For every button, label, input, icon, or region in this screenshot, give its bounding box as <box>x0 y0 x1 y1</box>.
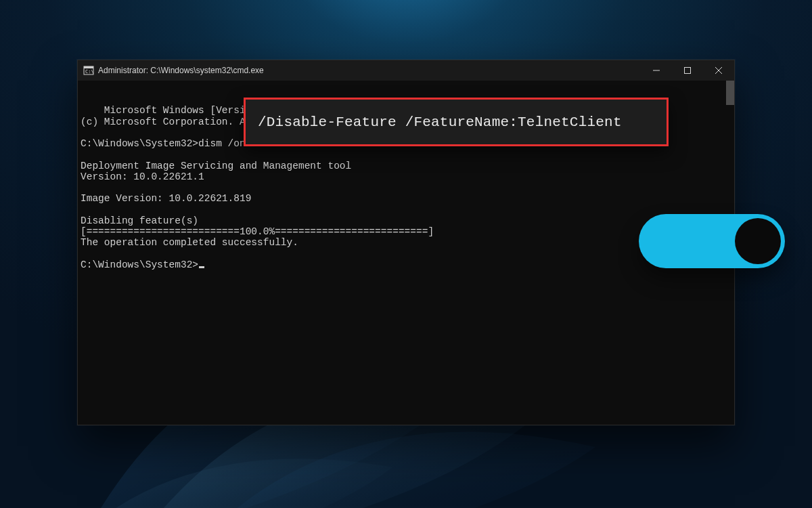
terminal-line: Deployment Image Servicing and Managemen… <box>81 161 351 171</box>
window-title: Administrator: C:\Windows\system32\cmd.e… <box>98 66 641 75</box>
cmd-icon: C:\ <box>83 65 94 76</box>
minimize-button[interactable] <box>641 60 672 81</box>
terminal-line: Image Version: 10.0.22621.819 <box>81 193 251 204</box>
callout-text: /Disable-Feature /FeatureName:TelnetClie… <box>258 114 622 130</box>
terminal-line: Disabling feature(s) <box>81 215 198 226</box>
terminal-line: The operation completed successfully. <box>81 237 298 248</box>
titlebar[interactable]: C:\ Administrator: C:\Windows\system32\c… <box>78 60 734 81</box>
svg-rect-1 <box>84 66 93 68</box>
svg-text:C:\: C:\ <box>85 69 94 75</box>
toggle-knob <box>735 218 781 264</box>
command-highlight-callout: /Disable-Feature /FeatureName:TelnetClie… <box>244 98 669 146</box>
terminal-prompt: C:\Windows\System32> <box>81 259 198 270</box>
terminal-prompt-line: C:\Windows\System32> <box>81 259 204 270</box>
window-controls <box>641 60 734 81</box>
close-button[interactable] <box>703 60 734 81</box>
svg-rect-4 <box>685 68 691 74</box>
scrollbar-thumb[interactable] <box>726 81 734 105</box>
maximize-button[interactable] <box>672 60 703 81</box>
terminal-line: [==========================100.0%=======… <box>81 226 434 237</box>
cursor <box>199 266 204 268</box>
toggle-switch[interactable] <box>639 214 785 268</box>
terminal-line: Version: 10.0.22621.1 <box>81 171 204 182</box>
